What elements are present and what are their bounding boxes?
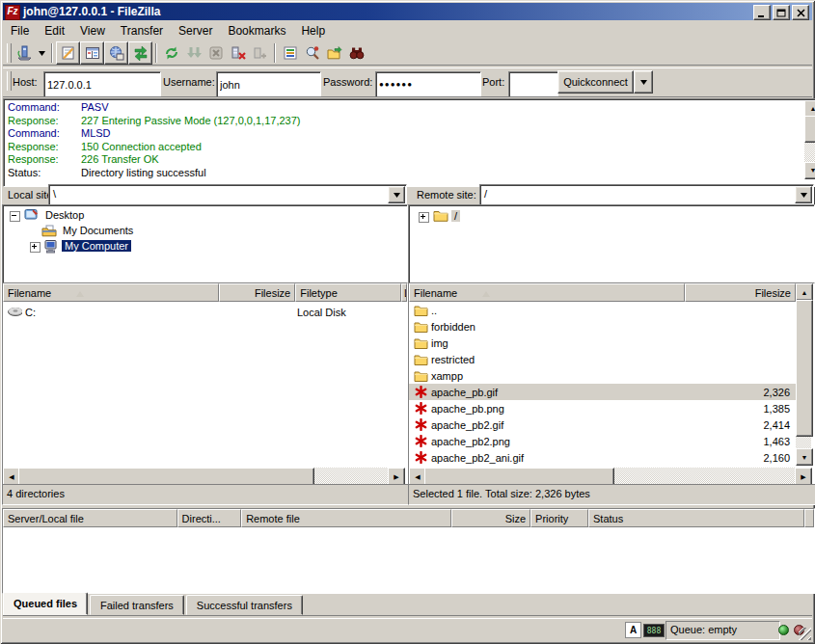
resize-grip[interactable] xyxy=(799,628,811,640)
site-manager-dropdown-button[interactable] xyxy=(36,42,48,64)
scroll-down-button[interactable] xyxy=(796,448,813,466)
menu-file[interactable]: File xyxy=(3,22,37,40)
file-row[interactable]: forbidden xyxy=(409,318,796,335)
file-row[interactable]: apache_pb2.png 1,463 xyxy=(409,433,796,449)
quickconnect-bar: Host: Username: Password: Port: Quickcon… xyxy=(3,66,812,97)
tab-queued-files[interactable]: Queued files xyxy=(3,592,88,615)
message-log[interactable]: Command:PASV Response:227 Entering Passi… xyxy=(3,98,815,187)
toggle-remote-tree-button[interactable] xyxy=(104,41,128,65)
column-header-filesize[interactable]: Filesize xyxy=(219,283,296,302)
find-files-button[interactable] xyxy=(345,42,367,64)
password-input[interactable] xyxy=(375,71,481,97)
disconnect-button[interactable] xyxy=(227,42,249,64)
remote-file-list[interactable]: .. forbidden img restricted xampp xyxy=(409,302,796,466)
column-header-last-modified[interactable]: L xyxy=(401,283,407,302)
reconnect-button[interactable] xyxy=(249,42,271,64)
column-header-filesize[interactable]: Filesize xyxy=(685,283,796,302)
folder-icon xyxy=(433,209,448,224)
filezilla-logo-icon: Fz xyxy=(5,5,20,20)
scroll-up-button[interactable] xyxy=(796,283,813,301)
refresh-icon xyxy=(164,45,179,61)
scroll-down-button[interactable] xyxy=(804,162,815,179)
close-button[interactable] xyxy=(792,5,809,20)
remote-tree-icon xyxy=(109,45,124,61)
file-row-selected[interactable]: apache_pb.gif 2,326 xyxy=(409,384,796,400)
remote-directory-tree: / xyxy=(408,204,815,283)
toolbar-gripper[interactable] xyxy=(7,43,12,63)
local-site-combo[interactable]: \ xyxy=(48,184,407,205)
filezilla-window: Fz john@127.0.0.1 - FileZilla File Edit … xyxy=(0,0,815,644)
column-header-direction[interactable]: Directi... xyxy=(177,509,242,527)
speed-limit-icon[interactable] xyxy=(643,624,665,637)
expand-expander[interactable] xyxy=(419,212,429,223)
dropdown-arrow-button[interactable] xyxy=(795,186,812,203)
quickconnect-dropdown-button[interactable] xyxy=(634,70,653,94)
remote-horizontal-scrollbar[interactable] xyxy=(409,468,812,484)
quickconnect-button[interactable]: Quickconnect xyxy=(557,70,634,94)
column-header-filetype[interactable]: Filetype xyxy=(295,283,401,302)
disconnect-icon xyxy=(231,45,246,61)
toggle-local-tree-button[interactable] xyxy=(80,41,104,65)
file-row[interactable]: apache_pb.png 1,385 xyxy=(409,400,796,416)
synchronized-browsing-icon xyxy=(327,45,342,61)
column-header-filename[interactable]: Filename xyxy=(409,283,685,302)
host-input[interactable] xyxy=(43,71,161,97)
site-manager-button[interactable] xyxy=(14,42,36,64)
file-row[interactable]: apache_pb2.gif 2,414 xyxy=(409,416,796,433)
menu-help[interactable]: Help xyxy=(293,22,333,40)
synchronized-browsing-button[interactable] xyxy=(323,42,345,64)
maximize-button[interactable] xyxy=(773,5,790,20)
menu-edit[interactable]: Edit xyxy=(37,22,72,40)
quickbar-gripper[interactable] xyxy=(7,71,12,91)
menu-transfer[interactable]: Transfer xyxy=(113,22,171,40)
username-input[interactable] xyxy=(216,71,321,97)
scrollbar-thumb[interactable] xyxy=(804,116,815,143)
toggle-transfer-queue-button[interactable] xyxy=(128,41,152,65)
queue-list-empty[interactable] xyxy=(3,527,814,591)
process-queue-button[interactable] xyxy=(182,42,204,64)
scrollbar-thumb[interactable] xyxy=(796,300,813,437)
column-header-priority[interactable]: Priority xyxy=(530,509,588,527)
file-row[interactable]: restricted xyxy=(409,351,796,367)
directory-comparison-button[interactable] xyxy=(301,42,323,64)
tree-item-root[interactable]: / xyxy=(409,209,814,225)
tree-item-desktop[interactable]: Desktop xyxy=(3,208,407,224)
column-header-filename[interactable]: Filename xyxy=(3,283,219,302)
remote-site-combo[interactable]: / xyxy=(479,184,814,205)
filters-button[interactable] xyxy=(279,42,301,64)
file-row[interactable]: xampp xyxy=(409,367,796,384)
file-row[interactable]: img xyxy=(409,335,796,351)
column-header-remote-file[interactable]: Remote file xyxy=(241,509,451,527)
menu-bookmarks[interactable]: Bookmarks xyxy=(220,22,293,40)
file-row[interactable]: apache_pb2_ani.gif 2,160 xyxy=(409,449,796,466)
transfer-type-icon[interactable] xyxy=(625,622,641,638)
menu-server[interactable]: Server xyxy=(171,22,220,40)
file-row-local-disk[interactable]: C: Local Disk xyxy=(3,304,407,320)
file-row[interactable]: .. xyxy=(409,302,796,318)
username-label: Username: xyxy=(163,76,215,88)
collapse-expander[interactable] xyxy=(10,211,20,222)
minimize-button[interactable] xyxy=(753,5,771,20)
tab-successful-transfers[interactable]: Successful transfers xyxy=(186,595,303,615)
tab-failed-transfers[interactable]: Failed transfers xyxy=(90,595,184,615)
message-log-icon xyxy=(61,45,76,61)
local-file-list[interactable]: C: Local Disk xyxy=(3,302,407,466)
tree-item-my-computer[interactable]: My Computer xyxy=(3,239,407,255)
refresh-button[interactable] xyxy=(160,42,182,64)
log-scrollbar[interactable] xyxy=(804,100,815,179)
menu-view[interactable]: View xyxy=(72,22,113,40)
port-input[interactable] xyxy=(508,71,558,97)
title-bar[interactable]: Fz john@127.0.0.1 - FileZilla xyxy=(3,3,812,20)
cancel-button[interactable] xyxy=(204,42,227,64)
local-horizontal-scrollbar[interactable] xyxy=(3,468,405,484)
remote-vertical-scrollbar[interactable] xyxy=(796,283,811,466)
log-line: Response:227 Entering Passive Mode (127,… xyxy=(8,115,815,128)
expand-expander[interactable] xyxy=(30,242,41,253)
column-header-status[interactable]: Status xyxy=(588,509,804,527)
remote-pane-status: Selected 1 file. Total size: 2,326 bytes xyxy=(408,484,815,505)
tree-item-my-documents[interactable]: My Documents xyxy=(3,224,407,239)
toggle-message-log-button[interactable] xyxy=(56,41,80,65)
column-header-size[interactable]: Size xyxy=(451,509,530,527)
dropdown-arrow-button[interactable] xyxy=(388,186,405,203)
column-header-server-local-file[interactable]: Server/Local file xyxy=(3,509,177,527)
